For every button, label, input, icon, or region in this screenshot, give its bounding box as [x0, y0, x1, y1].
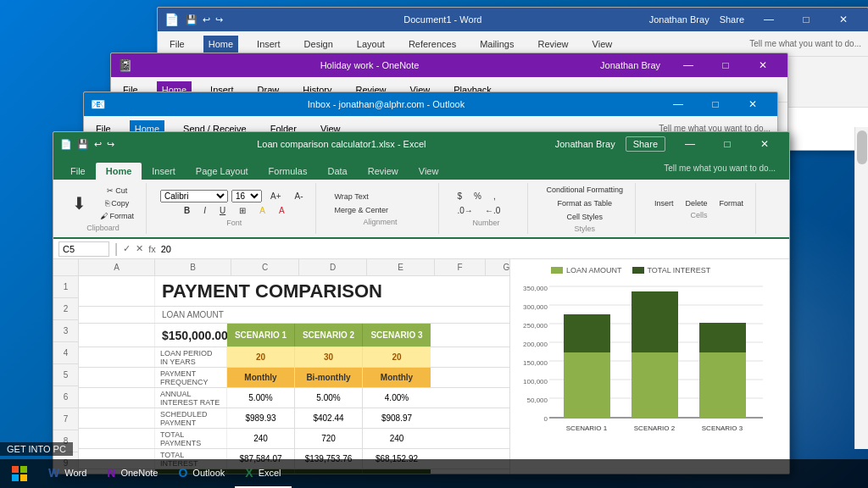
excel-size-select[interactable]: 16: [231, 190, 262, 202]
excel-conditional-formatting-btn[interactable]: Conditional Formatting: [542, 184, 629, 196]
excel-formula-input[interactable]: [161, 244, 784, 254]
excel-copy-btn[interactable]: ⎘ Copy: [95, 197, 139, 209]
scenario3-header: SCENARIO 3: [363, 324, 431, 347]
excel-color-btn[interactable]: A: [274, 204, 290, 217]
taskbar-app-outlook[interactable]: O Outlook: [168, 459, 235, 488]
word-maximize-btn[interactable]: □: [788, 8, 824, 31]
excel-cut-btn[interactable]: ✂ Cut: [95, 185, 139, 197]
excel-check-icon[interactable]: ✓: [123, 243, 131, 254]
excel-format-painter-btn[interactable]: 🖌 Format: [95, 210, 139, 222]
word-menu-design[interactable]: Design: [299, 36, 338, 53]
excel-font-select[interactable]: Calibri: [160, 190, 228, 202]
word-menu-review[interactable]: Review: [533, 36, 574, 53]
desktop: 📄 💾 ↩ ↪ Document1 - Word Jonathan Bray S…: [0, 0, 868, 488]
scheduled-payment-label: SCHEDULED PAYMENT: [155, 408, 227, 428]
outlook-controls[interactable]: — □ ✕: [660, 92, 771, 116]
excel-redo-icon[interactable]: ↪: [107, 139, 114, 150]
excel-close-btn[interactable]: ✕: [747, 132, 782, 156]
excel-italic-btn[interactable]: I: [198, 204, 211, 217]
excel-minimize-btn[interactable]: —: [672, 132, 708, 156]
word-minimize-btn[interactable]: —: [751, 8, 787, 31]
svg-text:0: 0: [544, 415, 548, 423]
scheduled-payment-s1: $989.93: [227, 408, 295, 428]
bar-s3-loan: [699, 352, 746, 418]
excel-wrap-text-btn[interactable]: Wrap Text: [330, 191, 374, 202]
outlook-maximize-btn[interactable]: □: [698, 92, 733, 116]
excel-cell-styles-btn[interactable]: Cell Styles: [542, 211, 629, 223]
excel-dec-decrease-btn[interactable]: ←.0: [480, 204, 505, 217]
excel-scrollbar[interactable]: [854, 127, 868, 449]
excel-user: Jonathan Bray: [555, 139, 615, 149]
excel-border-btn[interactable]: ⊞: [234, 204, 251, 217]
word-share-btn[interactable]: Share: [720, 14, 744, 25]
onenote-minimize-btn[interactable]: —: [670, 53, 706, 77]
excel-tab-formulas[interactable]: Formulas: [259, 163, 318, 180]
word-menu-layout[interactable]: Layout: [352, 36, 390, 53]
excel-tab-data[interactable]: Data: [317, 163, 357, 180]
excel-maximize-btn[interactable]: □: [709, 132, 745, 156]
word-tell-me[interactable]: Tell me what you want to do...: [749, 39, 861, 48]
excel-function-icon[interactable]: fx: [148, 244, 156, 254]
bar-s3-interest: [699, 323, 746, 352]
excel-undo-icon[interactable]: ↩: [94, 139, 102, 150]
excel-cells-label: Cells: [691, 211, 708, 219]
excel-cell-ref[interactable]: [58, 241, 109, 257]
word-menu-mailings[interactable]: Mailings: [475, 36, 519, 53]
word-save-icon[interactable]: 💾: [186, 14, 198, 25]
excel-clipboard-label: Clipboard: [86, 224, 120, 232]
taskbar: W Word N OneNote O Outlook X Excel: [0, 459, 868, 488]
loan-period-s3: 20: [363, 347, 431, 367]
taskbar-start-btn[interactable]: [0, 459, 38, 488]
taskbar-app-onenote[interactable]: N OneNote: [97, 459, 168, 488]
word-menu-home[interactable]: Home: [203, 36, 238, 53]
excel-tab-view[interactable]: View: [409, 163, 449, 180]
excel-tell-me[interactable]: Tell me what you want to do...: [664, 164, 782, 173]
scrollbar-thumb[interactable]: [857, 130, 867, 164]
excel-window-controls[interactable]: — □ ✕: [672, 132, 782, 156]
excel-delete-btn[interactable]: Delete: [681, 197, 713, 209]
excel-format-as-table-btn[interactable]: Format as Table: [542, 197, 629, 209]
word-redo-icon[interactable]: ↪: [215, 14, 223, 25]
outlook-close-btn[interactable]: ✕: [735, 92, 771, 116]
excel-percent-btn[interactable]: %: [469, 190, 487, 202]
excel-save-icon[interactable]: 💾: [77, 139, 89, 150]
word-menu-references[interactable]: References: [403, 36, 461, 53]
excel-tab-home[interactable]: Home: [96, 163, 142, 180]
word-window-controls[interactable]: — □ ✕: [751, 8, 861, 31]
legend-loan-label: LOAN AMOUNT: [566, 266, 622, 274]
word-menu-insert[interactable]: Insert: [252, 36, 286, 53]
word-undo-icon[interactable]: ↩: [203, 14, 210, 25]
onenote-close-btn[interactable]: ✕: [745, 53, 781, 77]
word-menu-file[interactable]: File: [164, 36, 190, 53]
taskbar-app-word[interactable]: W Word: [38, 459, 97, 488]
excel-dec-increase-btn[interactable]: .0→: [453, 204, 478, 217]
excel-font-grow-btn[interactable]: A+: [265, 190, 287, 202]
excel-insert-btn[interactable]: Insert: [649, 197, 679, 209]
interest-rate-s3: 4.00%: [363, 388, 431, 408]
excel-tab-file[interactable]: File: [60, 163, 96, 180]
excel-fill-btn[interactable]: A: [254, 204, 270, 217]
excel-comma-btn[interactable]: ,: [488, 190, 501, 202]
excel-tab-page-layout[interactable]: Page Layout: [186, 163, 259, 180]
excel-cancel-icon[interactable]: ✕: [136, 243, 143, 254]
excel-paste-btn[interactable]: ⬇: [67, 193, 92, 214]
scheduled-payment-s3: $908.97: [363, 408, 431, 428]
svg-rect-22: [20, 474, 27, 481]
excel-font-shrink-btn[interactable]: A-: [290, 190, 309, 202]
onenote-controls[interactable]: — □ ✕: [670, 53, 781, 77]
taskbar-app-excel[interactable]: X Excel: [235, 459, 291, 488]
word-menu-view[interactable]: View: [587, 36, 618, 53]
excel-underline-btn[interactable]: U: [214, 204, 231, 217]
payment-freq-s1: Monthly: [227, 368, 295, 387]
excel-currency-btn[interactable]: $: [453, 190, 468, 202]
excel-bold-btn[interactable]: B: [179, 204, 195, 217]
word-close-btn[interactable]: ✕: [826, 8, 861, 31]
excel-format-btn[interactable]: Format: [715, 197, 749, 209]
onenote-maximize-btn[interactable]: □: [708, 53, 743, 77]
excel-share-btn[interactable]: Share: [626, 136, 665, 152]
excel-tab-review[interactable]: Review: [358, 163, 409, 180]
onenote-titlebar: 📓 Holiday work - OneNote Jonathan Bray —…: [111, 53, 787, 77]
excel-merge-center-btn[interactable]: Merge & Center: [330, 204, 394, 216]
excel-tab-insert[interactable]: Insert: [142, 163, 186, 180]
outlook-minimize-btn[interactable]: —: [660, 92, 696, 116]
